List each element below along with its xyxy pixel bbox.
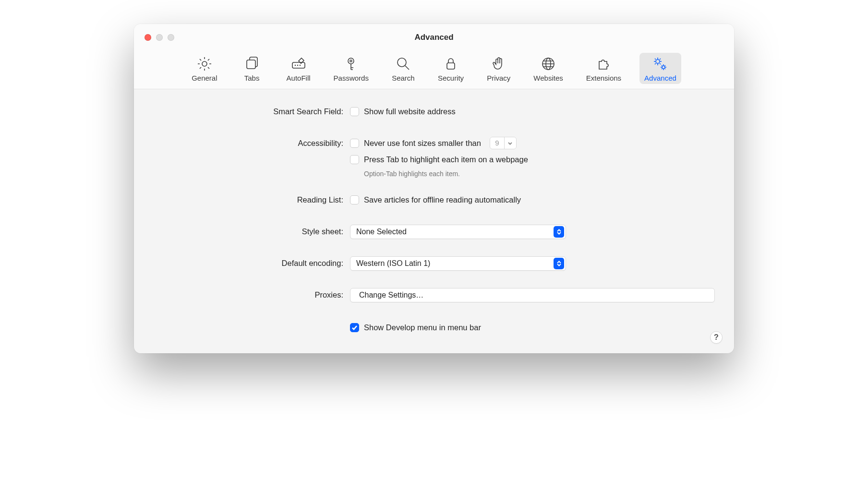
content-area: Smart Search Field: Show full website ad… [134, 89, 734, 353]
tab-autofill[interactable]: AutoFill [282, 53, 315, 84]
min-font-size-label: Never use font sizes smaller than [364, 136, 481, 150]
lock-icon [443, 56, 459, 72]
minimize-window-button [156, 34, 163, 41]
show-full-address-label: Show full website address [364, 105, 456, 118]
traffic-lights [145, 34, 174, 41]
accessibility-label: Accessibility: [153, 136, 350, 150]
pencil-field-icon [290, 56, 307, 72]
zoom-window-button [168, 34, 174, 41]
show-full-address-checkbox[interactable] [350, 107, 359, 116]
tab-label: Security [438, 74, 464, 82]
default-encoding-select[interactable]: Western (ISO Latin 1) [350, 256, 566, 271]
tab-privacy[interactable]: Privacy [482, 53, 515, 84]
smart-search-label: Smart Search Field: [153, 105, 350, 118]
help-button[interactable]: ? [710, 331, 723, 344]
svg-point-6 [348, 58, 354, 64]
tabs-icon [244, 56, 260, 72]
style-sheet-label: Style sheet: [153, 225, 350, 238]
preferences-window: Advanced General Tabs AutoFill [134, 24, 734, 353]
tab-label: General [192, 74, 217, 82]
svg-rect-2 [292, 62, 305, 68]
svg-point-5 [299, 65, 300, 66]
press-tab-label: Press Tab to highlight each item on a we… [364, 153, 528, 166]
svg-point-3 [294, 65, 295, 66]
press-tab-checkbox[interactable] [350, 155, 359, 164]
chevron-down-icon[interactable] [505, 137, 516, 149]
style-sheet-value: None Selected [356, 228, 407, 236]
select-caret-icon [554, 226, 564, 238]
tab-websites[interactable]: Websites [529, 53, 567, 84]
hand-icon [491, 56, 507, 72]
svg-point-8 [398, 58, 406, 67]
show-develop-menu-checkbox[interactable] [350, 323, 359, 332]
gears-icon [652, 56, 668, 72]
min-font-size-stepper[interactable]: 9 [490, 137, 517, 149]
tab-tabs[interactable]: Tabs [236, 53, 268, 84]
window-title: Advanced [414, 33, 453, 42]
min-font-size-checkbox[interactable] [350, 139, 359, 148]
tab-extensions[interactable]: Extensions [581, 53, 626, 84]
tab-general[interactable]: General [187, 53, 222, 84]
titlebar: Advanced [134, 24, 734, 51]
tab-label: Advanced [644, 74, 676, 82]
tab-label: AutoFill [287, 74, 311, 82]
preferences-toolbar: General Tabs AutoFill Passwords [134, 51, 734, 89]
svg-rect-9 [447, 63, 455, 69]
proxies-label: Proxies: [153, 288, 350, 301]
min-font-size-value: 9 [490, 137, 505, 149]
help-icon: ? [714, 333, 719, 342]
default-encoding-value: Western (ISO Latin 1) [356, 259, 430, 268]
show-develop-menu-label: Show Develop menu in menu bar [364, 321, 481, 334]
close-window-button[interactable] [145, 34, 151, 41]
svg-point-7 [350, 60, 352, 62]
svg-rect-1 [247, 60, 255, 69]
tab-label: Passwords [334, 74, 369, 82]
save-offline-label: Save articles for offline reading automa… [364, 193, 521, 206]
default-encoding-label: Default encoding: [153, 256, 350, 270]
svg-point-13 [662, 66, 665, 69]
tab-label: Search [392, 74, 415, 82]
svg-point-0 [202, 61, 207, 66]
press-tab-hint: Option-Tab highlights each item. [364, 170, 715, 178]
key-icon [343, 56, 359, 72]
tab-label: Extensions [586, 74, 621, 82]
search-icon [395, 56, 411, 72]
select-caret-icon [554, 258, 564, 269]
tab-advanced[interactable]: Advanced [639, 53, 681, 84]
change-settings-button[interactable]: Change Settings… [350, 288, 715, 302]
tab-search[interactable]: Search [387, 53, 420, 84]
globe-icon [540, 56, 556, 72]
puzzle-icon [595, 56, 612, 72]
tab-label: Privacy [487, 74, 510, 82]
change-settings-button-label: Change Settings… [359, 291, 423, 300]
svg-point-12 [656, 60, 660, 63]
tab-passwords[interactable]: Passwords [329, 53, 374, 84]
gear-icon [196, 56, 213, 72]
save-offline-checkbox[interactable] [350, 195, 359, 204]
tab-label: Tabs [244, 74, 260, 82]
tab-label: Websites [533, 74, 563, 82]
tab-security[interactable]: Security [433, 53, 469, 84]
style-sheet-select[interactable]: None Selected [350, 225, 566, 239]
svg-point-4 [297, 65, 298, 66]
reading-list-label: Reading List: [153, 193, 350, 206]
